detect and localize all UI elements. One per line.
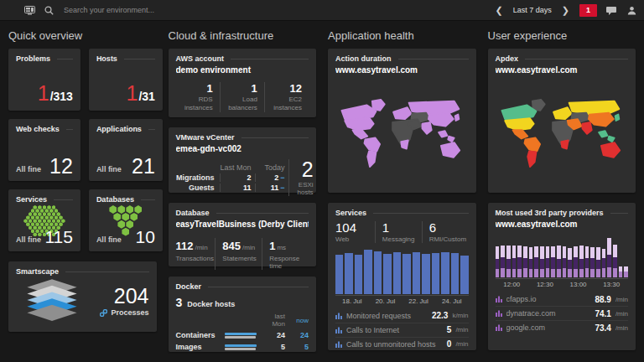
dashboard-icon[interactable] <box>23 4 35 16</box>
tile-databases-overview[interactable]: Databases All fine 10 <box>89 189 163 251</box>
search-input[interactable] <box>62 5 250 15</box>
tile-title-action-duration: Action duration <box>335 54 392 63</box>
db-metric-statements: 845/min Statements <box>215 238 262 270</box>
trend-flat-icon: − <box>280 184 284 192</box>
problems-count: 1/313 <box>38 81 73 106</box>
tile-docker[interactable]: Docker 3 Docker hosts last Mon now Conta… <box>169 277 317 352</box>
aws-metric-rds: 1 RDS instances <box>176 82 220 112</box>
apdex-world-map <box>496 83 629 182</box>
tile-action-duration[interactable]: Action duration www.easytravel.com <box>328 49 476 193</box>
tile-title-web-checks: Web checks <box>16 125 60 133</box>
mini-bar-chart-icon <box>496 324 502 331</box>
db-metric-response-time: 1ms Response time <box>262 238 309 270</box>
column-quick-overview: Quick overview Problems 1/313 Hosts 1/31… <box>8 24 157 352</box>
providers-app: www.easytravel.com <box>496 220 629 229</box>
time-next-icon[interactable]: ❯ <box>560 6 571 15</box>
tile-problems[interactable]: Problems 1/313 <box>8 49 80 111</box>
section-title-cloud: Cloud & infrastructure <box>169 29 317 42</box>
problems-badge[interactable]: 1 <box>579 4 597 17</box>
docker-row-containers: Containers 24 24 <box>176 331 309 339</box>
chat-icon[interactable] <box>605 4 617 16</box>
tile-title-applications: Applications <box>96 125 142 133</box>
tile-title-hosts: Hosts <box>96 54 117 63</box>
docker-hosts: 3 Docker hosts <box>176 296 309 309</box>
tile-title-database: Database <box>176 209 210 217</box>
trend-flat-icon: − <box>280 173 284 182</box>
footer-row-cfapps: cfapps.io 88.9/min <box>496 292 629 306</box>
applications-count: 21 <box>132 154 155 178</box>
hosts-count: 1/31 <box>127 81 155 106</box>
tile-title-databases: Databases <box>96 195 134 204</box>
vmware-row-migrations: Migrations <box>176 173 220 182</box>
applications-status: All fine <box>96 165 122 173</box>
db-metric-transactions: 112/min Transactions <box>176 238 216 270</box>
tile-title-providers: Most used 3rd party providers <box>496 209 604 217</box>
web-checks-count: 12 <box>49 154 73 178</box>
services-metric-messaging: 1 Messaging <box>375 221 422 243</box>
dashboard-content: Quick overview Problems 1/313 Hosts 1/31… <box>0 21 644 352</box>
services-metric-web: 104 Web <box>335 221 375 243</box>
action-duration-app: www.easytravel.com <box>335 65 469 75</box>
tile-third-party-providers[interactable]: Most used 3rd party providers www.easytr… <box>488 203 636 350</box>
tile-aws-account[interactable]: AWS account demo environment 1 RDS insta… <box>169 49 317 117</box>
vmware-row-guests: Guests <box>176 184 220 192</box>
database-name: easyTravelBusiness (Derby Client) <box>176 220 309 229</box>
smartscape-processes-link[interactable]: Processes <box>100 308 148 317</box>
mini-bar-chart-icon <box>496 296 502 303</box>
footer-row-calls-internet: Calls to Internet 5/min <box>335 323 469 337</box>
services-metric-rmi: 6 RMI/Custom <box>422 221 469 243</box>
services-count: 115 <box>44 227 72 247</box>
smartscape-layers-icon <box>16 277 88 324</box>
services-status: All fine <box>16 235 41 244</box>
time-prev-icon[interactable]: ❮ <box>494 6 505 15</box>
smartscape-process-count: 204 <box>100 285 148 307</box>
column-cloud-infrastructure: Cloud & infrastructure AWS account demo … <box>169 24 317 352</box>
aws-metric-ec2: 12 EC2 instances <box>264 82 309 112</box>
column-application-health: Application health Action duration www.e… <box>328 24 476 352</box>
web-checks-status: All fine <box>16 165 41 173</box>
action-duration-world-map <box>335 83 469 182</box>
tile-title-apdex: Apdex <box>496 54 519 63</box>
section-title-app-health: Application health <box>328 29 476 42</box>
docker-containers-bar <box>225 333 257 339</box>
process-icon <box>100 309 107 317</box>
vmware-vcenter-name: emea-gdn-vc002 <box>176 144 309 153</box>
vmware-col-last-mon: Last Mon <box>220 163 255 172</box>
tile-title-smartscape: Smartscape <box>16 267 59 276</box>
menu-icon[interactable] <box>7 4 16 16</box>
footer-row-calls-unmonitored: Calls to unmonitored hosts 0/min <box>335 337 469 351</box>
providers-stacked-bar-chart <box>496 237 629 279</box>
footer-row-google: google.com 73.4/min <box>496 320 629 334</box>
column-user-experience: User experience Apdex www.easytravel.com… <box>488 24 636 352</box>
tile-services-chart[interactable]: Services 104 Web 1 Messaging 6 RMI/Custo… <box>328 203 476 350</box>
tile-apdex[interactable]: Apdex www.easytravel.com <box>488 49 636 193</box>
vmware-table: Last Mon Today Migrations 2 2− Guests 11… <box>176 163 288 192</box>
tile-applications[interactable]: Applications All fine 21 <box>89 119 163 181</box>
vmware-col-today: Today <box>255 163 288 172</box>
tile-title-vmware: VMware vCenter <box>176 133 235 142</box>
aws-metric-load-balancers: 1 Load balancers <box>220 82 264 112</box>
user-icon[interactable] <box>626 4 637 16</box>
mini-bar-chart-icon <box>335 341 342 348</box>
docker-col-now: now <box>290 317 309 324</box>
tile-title-services: Services <box>16 195 47 204</box>
top-bar: ❮ Last 7 days ❯ 1 <box>0 0 644 21</box>
tile-vmware-vcenter[interactable]: VMware vCenter emea-gdn-vc002 Last Mon T… <box>169 127 317 193</box>
footer-row-monitored-requests: Monitored requests 22.3k/min <box>335 309 469 323</box>
tile-title-problems: Problems <box>16 54 50 63</box>
databases-count: 10 <box>136 227 155 247</box>
tile-hosts[interactable]: Hosts 1/31 <box>89 49 163 111</box>
tile-database[interactable]: Database easyTravelBusiness (Derby Clien… <box>169 203 317 266</box>
docker-images-bar <box>225 344 257 350</box>
time-range-selector[interactable]: Last 7 days <box>513 6 552 14</box>
tile-services-overview[interactable]: Services All fine 115 <box>8 189 80 251</box>
tile-smartscape[interactable]: Smartscape 204 Processes <box>8 261 157 332</box>
mini-bar-chart-icon <box>335 313 342 319</box>
services-bar-chart <box>335 249 469 296</box>
tile-web-checks[interactable]: Web checks All fine 12 <box>8 119 80 181</box>
section-title-user-experience: User experience <box>488 29 636 42</box>
search-icon <box>43 4 55 16</box>
vmware-esxi-hosts: 2 ESXi hosts <box>288 159 314 196</box>
docker-header-row: last Mon now <box>176 313 309 328</box>
mini-bar-chart-icon <box>335 327 342 334</box>
